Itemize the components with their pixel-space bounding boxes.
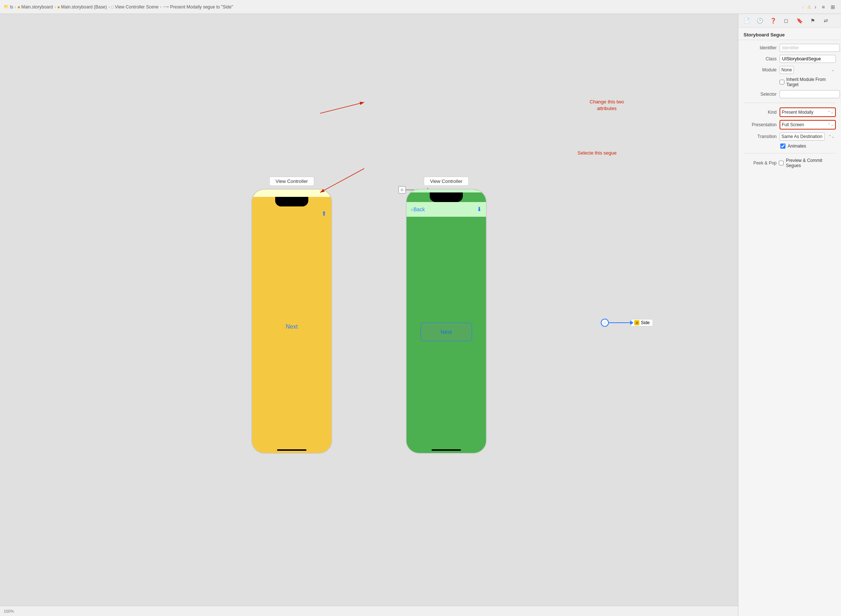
animates-checkbox[interactable] — [780, 144, 785, 149]
arrows-icon-btn[interactable]: ⇄ — [822, 16, 830, 25]
peek-pop-checkbox[interactable] — [779, 160, 784, 166]
kind-label: Kind — [743, 110, 777, 115]
download-icon[interactable]: ⬇ — [477, 206, 482, 213]
breadcrumb-vcscene-label: View Controller Scene — [115, 4, 158, 10]
main-toolbar: 📁 ls › ■ Main.storyboard › ■ Main.storyb… — [0, 0, 841, 14]
svg-line-0 — [320, 102, 364, 113]
module-select[interactable]: None — [779, 66, 794, 74]
breadcrumb-mainstoryboard-base-label: Main.storyboard (Base) — [61, 4, 107, 10]
presentation-label: Presentation — [743, 122, 777, 127]
scene2-label: View Controller — [424, 177, 469, 186]
side-destination: ⊙ Side — [631, 319, 653, 326]
breadcrumb-mainstoryboard[interactable]: ■ Main.storyboard — [18, 4, 53, 10]
breadcrumb-sep-0: › — [15, 4, 16, 10]
peek-pop-row: Peek & Pop Preview & Commit Segues — [743, 158, 836, 168]
transition-label: Transition — [743, 134, 777, 139]
list-view-button[interactable]: ≡ — [820, 3, 827, 11]
identifier-row: Identifier — [743, 44, 836, 52]
phone-notch-2 — [430, 192, 463, 202]
inspector-icon-btn[interactable]: ◻ — [782, 16, 791, 25]
kind-row: Kind Present Modally Show Show Detail Pr… — [743, 107, 836, 117]
flag-icon-btn[interactable]: ⚑ — [808, 16, 817, 25]
inherit-module-label: Inherit Module From Target — [786, 77, 836, 87]
phone-mockup-2[interactable]: ‹ Back ⬇ Next — [406, 189, 487, 454]
scene1-label: View Controller — [269, 177, 314, 186]
breadcrumb-vcscene[interactable]: □ View Controller Scene — [111, 4, 158, 10]
canvas-area[interactable]: View Controller ⬆ Next ⊞ — [0, 14, 738, 616]
inherit-module-checkbox[interactable] — [779, 79, 784, 85]
divider-1 — [743, 103, 836, 103]
side-label: Side — [641, 320, 650, 325]
phone-home-indicator-2 — [432, 449, 461, 451]
clock-icon-btn[interactable]: 🕐 — [755, 16, 764, 25]
file-icon-btn[interactable]: 📄 — [742, 16, 751, 25]
presentation-select[interactable]: Full Screen Automatic Page Sheet Form Sh… — [780, 121, 835, 129]
peek-pop-label: Peek & Pop — [743, 160, 777, 166]
kind-select[interactable]: Present Modally Show Show Detail Present… — [780, 108, 835, 116]
yellow-next-label: Next — [286, 323, 298, 330]
selector-label: Selector — [743, 92, 777, 97]
help-icon-btn[interactable]: ❓ — [769, 16, 777, 25]
breadcrumb-ls-label: ls — [10, 4, 13, 10]
canvas-zoom: 100% — [4, 609, 14, 613]
identifier-label: Identifier — [743, 45, 777, 50]
nav-back-button[interactable]: ‹ — [800, 3, 806, 11]
inspector-panel: 📄 🕐 ❓ ◻ 🔖 ⚑ ⇄ Storyboard Segue Identifie… — [738, 14, 841, 616]
segue-arrow-blue: □ ⊙ Side — [601, 319, 653, 327]
class-row: Class ⚙ → — [743, 55, 836, 63]
breadcrumb-ls[interactable]: 📁 ls — [4, 4, 13, 10]
animates-row: Animates — [743, 144, 836, 149]
transition-row: Transition Same As Destination Cover Ver… — [743, 132, 836, 141]
canvas-scenes: View Controller ⬆ Next ⊞ — [237, 162, 501, 468]
class-label: Class — [743, 56, 777, 62]
breadcrumb: 📁 ls › ■ Main.storyboard › ■ Main.storyb… — [4, 4, 233, 10]
green-phone-body: Next — [406, 217, 486, 447]
segue-source-box: ⊞ — [399, 186, 406, 194]
breadcrumb-mainstoryboard-base[interactable]: ■ Main.storyboard (Base) — [57, 4, 107, 10]
scene-2: View Controller ‹ Back ⬇ Next — [406, 177, 487, 454]
main-area: View Controller ⬆ Next ⊞ — [0, 14, 841, 616]
grid-view-button[interactable]: ⊞ — [828, 3, 837, 11]
selector-row: Selector — [743, 90, 836, 98]
module-label: Module — [743, 67, 777, 72]
green-next-button[interactable]: Next — [420, 323, 472, 341]
inherit-module-row: Inherit Module From Target — [743, 77, 836, 87]
nav-forward-button[interactable]: › — [813, 3, 818, 11]
breadcrumb-segue-label: Present Modally segue to "Side" — [170, 4, 233, 10]
canvas-bottom-bar: 100% — [0, 606, 738, 616]
presentation-row: Presentation Full Screen Automatic Page … — [743, 120, 836, 129]
green-nav-bar: ‹ Back ⬇ — [406, 202, 486, 217]
yellow-phone-body: ⬆ Next — [252, 207, 331, 447]
inspector-title: Storyboard Segue — [738, 28, 841, 40]
phone-notch-1 — [275, 197, 308, 207]
warning-icon: ⚠ — [807, 4, 811, 10]
green-next-label: Next — [441, 329, 452, 335]
module-row: Module None ⌄ — [743, 66, 836, 74]
annotation-change-attributes: Change this two attributes — [590, 98, 624, 112]
nav-buttons: ‹ ⚠ › ≡ ⊞ — [800, 3, 837, 11]
selector-input[interactable] — [779, 90, 840, 98]
phone-home-indicator-1 — [277, 449, 306, 451]
phone-mockup-1[interactable]: ⬆ Next — [251, 189, 332, 454]
segue-line-blue — [609, 322, 631, 323]
breadcrumb-sep-1: › — [54, 4, 56, 10]
inspector-fields: Identifier Class ⚙ → Module None — [738, 40, 841, 172]
breadcrumb-segue[interactable]: ⟶ Present Modally segue to "Side" — [163, 4, 233, 10]
breadcrumb-sep-2: › — [108, 4, 110, 10]
share-icon[interactable]: ⬆ — [322, 210, 326, 217]
breadcrumb-mainstoryboard-label: Main.storyboard — [21, 4, 53, 10]
animates-label: Animates — [788, 144, 806, 149]
bookmark-icon-btn[interactable]: 🔖 — [795, 16, 804, 25]
segue-circle-blue[interactable]: □ — [601, 319, 609, 327]
annotation-select-segue: Selecte this segue — [577, 150, 617, 155]
back-label: Back — [413, 207, 425, 212]
identifier-input[interactable] — [779, 44, 840, 52]
side-icon: ⊙ — [634, 320, 639, 325]
divider-2 — [743, 153, 836, 154]
preview-commit-label: Preview & Commit Segues — [786, 158, 836, 168]
back-button[interactable]: ‹ Back — [411, 207, 425, 212]
transition-select[interactable]: Same As Destination Cover Vertical Flip … — [779, 132, 825, 141]
breadcrumb-sep-3: › — [160, 4, 161, 10]
class-input[interactable] — [780, 56, 836, 62]
class-input-row: ⚙ → — [779, 55, 836, 63]
